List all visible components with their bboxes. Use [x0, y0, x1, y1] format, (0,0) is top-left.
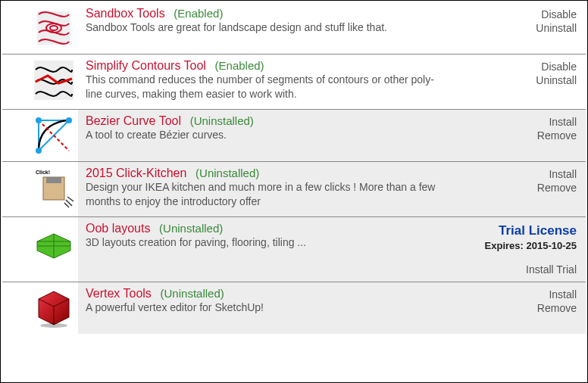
install-link[interactable]: Install — [478, 288, 577, 300]
trial-expires: Expires: 2015-10-25 — [478, 240, 577, 251]
extension-status: (Enabled) — [174, 7, 223, 20]
svg-point-16 — [40, 323, 67, 328]
extension-desc: This command reduces the number of segme… — [86, 73, 449, 101]
extension-actions: Disable Uninstall — [478, 59, 577, 88]
disable-link[interactable]: Disable — [478, 61, 577, 73]
extension-name[interactable]: Vertex Tools — [86, 287, 152, 300]
extension-row: Vertex Tools (Uninstalled) A powerful ve… — [2, 282, 586, 334]
extension-row: Click! 2015 Click-Kitchen (Uninstalled) … — [2, 162, 586, 217]
remove-link[interactable]: Remove — [478, 182, 577, 194]
sandbox-icon — [30, 7, 78, 49]
extension-actions: Install Remove — [478, 287, 577, 316]
extension-desc: Design your IKEA kitchen and much more i… — [86, 180, 449, 209]
trial-license-label: Trial License — [478, 223, 577, 238]
oob-layouts-icon — [30, 222, 78, 264]
bezier-icon — [30, 114, 78, 157]
extension-name[interactable]: Oob layouts — [86, 222, 150, 235]
extension-desc: A powerful vertex editor for SketchUp! — [86, 300, 449, 315]
extension-row: Oob layouts (Uninstalled) 3D layouts cre… — [2, 217, 586, 282]
extension-name[interactable]: Sandbox Tools — [86, 7, 165, 20]
disable-link[interactable]: Disable — [478, 8, 577, 20]
svg-point-9 — [66, 117, 72, 123]
install-link[interactable]: Install — [478, 168, 577, 180]
extension-status: (Uninstalled) — [190, 114, 254, 127]
remove-link[interactable]: Remove — [478, 129, 577, 142]
simplify-contours-icon — [30, 59, 78, 101]
extension-actions: Install Remove — [478, 114, 577, 143]
install-trial-link[interactable]: Install Trial — [478, 263, 577, 276]
extension-row: Sandbox Tools (Enabled) Sandbox Tools ar… — [2, 2, 586, 54]
extension-name[interactable]: Simplify Contours Tool — [86, 59, 206, 72]
svg-point-8 — [36, 117, 42, 123]
install-link[interactable]: Install — [478, 116, 577, 128]
vertex-tools-icon — [30, 287, 78, 329]
uninstall-link[interactable]: Uninstall — [478, 22, 577, 34]
extension-row: Bezier Curve Tool (Uninstalled) A tool t… — [2, 110, 586, 162]
extension-name[interactable]: 2015 Click-Kitchen — [86, 167, 186, 179]
extension-row: Simplify Contours Tool (Enabled) This co… — [2, 54, 586, 110]
extension-status: (Enabled) — [215, 59, 264, 72]
extension-desc: Sandbox Tools are great for landscape de… — [86, 20, 449, 35]
extension-actions: Trial License Expires: 2015-10-25 Instal… — [478, 222, 577, 277]
extension-actions: Disable Uninstall — [478, 7, 577, 36]
remove-link[interactable]: Remove — [478, 302, 577, 314]
extension-status: (Uninstalled) — [159, 222, 223, 235]
uninstall-link[interactable]: Uninstall — [478, 74, 577, 86]
extension-status: (Uninstalled) — [161, 287, 224, 300]
extension-name[interactable]: Bezier Curve Tool — [86, 114, 181, 127]
svg-rect-12 — [46, 177, 61, 183]
svg-point-7 — [36, 148, 42, 154]
extension-status: (Uninstalled) — [195, 167, 259, 179]
extension-desc: A tool to create Bézier curves. — [86, 128, 449, 142]
extension-list: Sandbox Tools (Enabled) Sandbox Tools ar… — [2, 2, 586, 334]
extension-actions: Install Remove — [478, 167, 577, 195]
svg-text:Click!: Click! — [36, 170, 50, 175]
extension-desc: 3D layouts creation for paving, flooring… — [86, 235, 449, 250]
click-kitchen-icon: Click! — [30, 167, 78, 209]
